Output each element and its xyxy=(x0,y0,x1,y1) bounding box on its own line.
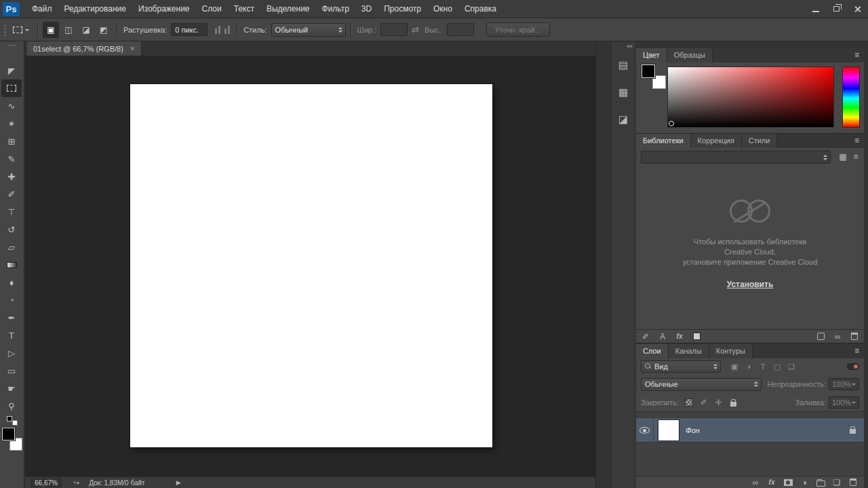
materials-panel-icon[interactable]: ◪ xyxy=(614,112,632,127)
layer-thumbnail[interactable] xyxy=(658,420,679,440)
shape-tool[interactable]: ▭ xyxy=(1,362,22,379)
subtract-selection-mode[interactable]: ◪ xyxy=(78,22,94,38)
add-selection-mode[interactable]: ◫ xyxy=(60,22,77,38)
refine-edge-button[interactable]: Уточн. край... xyxy=(486,22,550,37)
swap-dimensions-icon[interactable]: ⇄ xyxy=(412,24,419,35)
foreground-background-swatches[interactable] xyxy=(2,428,22,451)
pen-tool[interactable]: ✒ xyxy=(1,309,22,326)
panel-menu-icon[interactable]: ≡ xyxy=(850,48,864,62)
tab-close-icon[interactable]: × xyxy=(130,44,135,54)
color-tab-0[interactable]: Цвет xyxy=(636,48,667,62)
layer-name[interactable]: Фон xyxy=(686,426,700,434)
clone-stamp-tool[interactable]: ⊤ xyxy=(1,203,22,221)
move-tool[interactable]: ◤ xyxy=(1,62,22,79)
menu-item-10[interactable]: Справка xyxy=(458,0,502,18)
menu-item-8[interactable]: Просмотр xyxy=(378,0,427,18)
zoom-level-field[interactable]: 66,67% xyxy=(31,478,62,487)
healing-brush-tool[interactable]: ✚ xyxy=(1,168,22,185)
color-picker-cursor[interactable] xyxy=(669,121,674,126)
filter-adjustment-icon[interactable]: ◑ xyxy=(744,361,753,372)
install-link[interactable]: Установить xyxy=(727,280,774,289)
menu-item-4[interactable]: Текст xyxy=(228,0,260,18)
brush-tool[interactable]: ✐ xyxy=(1,185,22,203)
dodge-tool[interactable]: ◔ xyxy=(1,291,22,309)
gradient-tool[interactable] xyxy=(1,256,22,274)
new-selection-mode[interactable]: ▣ xyxy=(43,22,59,38)
blur-tool[interactable]: ♦ xyxy=(1,274,22,291)
layers-tab-1[interactable]: Каналы xyxy=(669,344,709,358)
menu-item-0[interactable]: Файл xyxy=(26,0,58,18)
list-view-icon[interactable]: ≡ xyxy=(851,151,861,162)
default-colors-icon[interactable] xyxy=(7,416,18,426)
menu-item-1[interactable]: Редактирование xyxy=(58,0,132,18)
zoom-tool[interactable]: ⚲ xyxy=(1,397,22,415)
history-brush-tool[interactable]: ↺ xyxy=(1,221,22,238)
add-char-style-icon[interactable]: А xyxy=(658,331,667,342)
opacity-input[interactable]: 100% xyxy=(829,378,859,390)
lock-pixels-icon[interactable]: ✐ xyxy=(699,397,709,408)
layer-filter-select[interactable]: Вид xyxy=(641,360,721,373)
layers-tab-2[interactable]: Контуры xyxy=(709,344,753,358)
library-badge-icon[interactable] xyxy=(816,331,825,342)
filter-shape-icon[interactable]: ▢ xyxy=(772,361,782,372)
hand-tool[interactable]: ☛ xyxy=(1,379,22,397)
history-panel-icon[interactable]: ▤ xyxy=(614,58,632,73)
feather-input[interactable]: 0 пикс. xyxy=(171,23,208,36)
rect-marquee-tool[interactable] xyxy=(1,79,22,97)
libraries-tab-1[interactable]: Коррекция xyxy=(691,134,742,148)
library-search-select[interactable] xyxy=(641,151,831,164)
library-delete-icon[interactable] xyxy=(850,331,859,342)
height-input[interactable] xyxy=(447,23,474,36)
menu-item-5[interactable]: Выделение xyxy=(260,0,316,18)
properties-panel-icon[interactable]: ▦ xyxy=(614,85,632,100)
color-tab-1[interactable]: Образцы xyxy=(667,48,713,62)
panel-menu-icon[interactable]: ≡ xyxy=(850,134,864,148)
path-selection-tool[interactable]: ▷ xyxy=(1,344,22,362)
page-flip-icon[interactable]: ↪ xyxy=(73,478,79,487)
minimize-button[interactable] xyxy=(805,0,826,18)
crop-tool[interactable]: ⊞ xyxy=(1,132,22,150)
color-spectrum-box[interactable] xyxy=(667,67,834,128)
panel-menu-icon[interactable]: ≡ xyxy=(850,344,864,358)
close-button[interactable] xyxy=(847,0,868,18)
filter-smart-icon[interactable]: ❏ xyxy=(787,361,796,372)
lock-all-icon[interactable] xyxy=(729,397,738,408)
visibility-toggle[interactable] xyxy=(636,418,654,442)
library-link-icon[interactable]: ∞ xyxy=(833,331,842,342)
filter-image-icon[interactable]: ▣ xyxy=(730,361,739,372)
canvas-area[interactable] xyxy=(25,56,595,476)
eraser-tool[interactable]: ▱ xyxy=(1,238,22,256)
menu-item-6[interactable]: Фильтр xyxy=(316,0,355,18)
libraries-tab-0[interactable]: Библиотеки xyxy=(636,134,691,148)
tool-preset-button[interactable] xyxy=(9,24,33,35)
panel-color-swatches[interactable] xyxy=(642,64,666,89)
intersect-selection-mode[interactable]: ◩ xyxy=(96,22,112,38)
quick-selection-tool[interactable]: ✶ xyxy=(1,115,22,132)
type-tool[interactable]: T xyxy=(1,326,22,344)
document-tab[interactable]: 01select @ 66,7% (RGB/8) × xyxy=(27,41,142,56)
collapse-panels-button[interactable]: «« xyxy=(612,41,635,52)
new-group-icon[interactable] xyxy=(816,477,825,488)
filter-type-icon[interactable]: T xyxy=(758,361,768,372)
foreground-color-swatch[interactable] xyxy=(642,64,655,78)
eyedropper-tool[interactable]: ✎ xyxy=(1,150,22,168)
layer-style-icon[interactable]: fx xyxy=(767,477,776,488)
menu-item-9[interactable]: Окно xyxy=(427,0,458,18)
restore-button[interactable] xyxy=(826,0,847,18)
link-layers-icon[interactable]: ∞ xyxy=(751,477,760,488)
width-input[interactable] xyxy=(380,23,408,36)
grid-view-icon[interactable]: ▦ xyxy=(838,151,848,162)
menu-item-2[interactable]: Изображение xyxy=(132,0,196,18)
filter-toggle[interactable] xyxy=(847,363,859,370)
lock-transparency-icon[interactable] xyxy=(684,397,694,408)
add-color-icon[interactable] xyxy=(692,331,701,342)
menu-item-7[interactable]: 3D xyxy=(355,0,378,18)
add-mask-icon[interactable] xyxy=(783,477,793,488)
blend-mode-select[interactable]: Обычные xyxy=(641,378,762,391)
adjustment-layer-icon[interactable]: ◑ xyxy=(800,477,809,488)
style-select[interactable]: Обычный xyxy=(271,23,346,37)
layers-tab-0[interactable]: Слои xyxy=(636,344,669,358)
new-layer-icon[interactable]: ❏ xyxy=(832,477,842,488)
foreground-color-swatch[interactable] xyxy=(2,428,15,440)
menu-item-3[interactable]: Слои xyxy=(196,0,228,18)
